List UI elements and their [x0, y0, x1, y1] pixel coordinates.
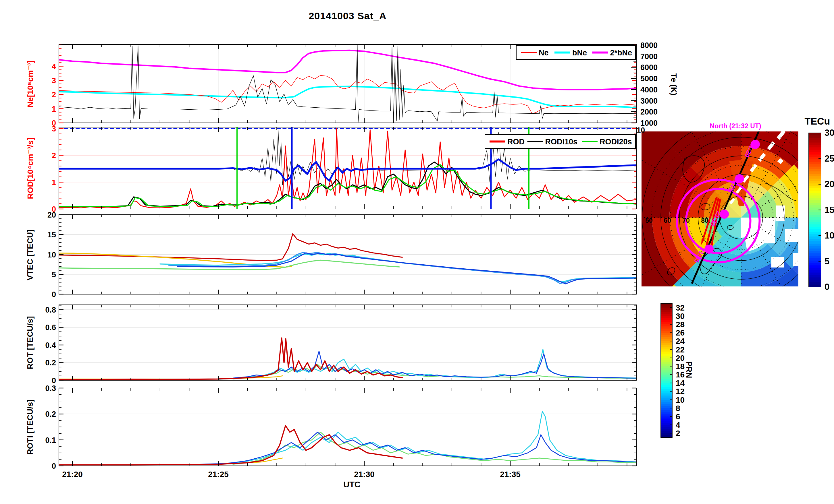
svg-text:0.4: 0.4: [45, 341, 56, 349]
svg-text:70: 70: [682, 217, 690, 224]
panel-rod: 0123RODRODI10sRODI20s: [52, 124, 636, 213]
svg-text:18: 18: [676, 362, 685, 371]
svg-text:RODI10s: RODI10s: [545, 137, 578, 146]
tecu-colorbar-title: TECu: [794, 116, 834, 127]
figure-root: { "title": "20141003 Sat_A", "xlabel": "…: [0, 0, 834, 504]
svg-text:2: 2: [52, 151, 56, 160]
svg-text:Ne: Ne: [539, 48, 549, 57]
svg-text:4: 4: [676, 420, 680, 429]
svg-text:21:30: 21:30: [354, 470, 375, 479]
svg-text:0.1: 0.1: [45, 436, 56, 444]
svg-text:14: 14: [676, 379, 685, 388]
svg-text:3: 3: [52, 76, 56, 85]
svg-text:3000: 3000: [640, 97, 658, 105]
panel-roti: 00.10.20.321:2021:2521:3021:35: [45, 384, 636, 479]
svg-text:21:20: 21:20: [62, 470, 83, 479]
svg-text:7000: 7000: [640, 52, 658, 61]
svg-text:10: 10: [825, 230, 834, 240]
prn-axis-label: PRN: [684, 306, 694, 433]
svg-text:15: 15: [47, 230, 56, 239]
svg-text:32: 32: [676, 303, 685, 312]
roti-axis-label: ROTI [TECU/s]: [26, 364, 35, 490]
svg-text:50: 50: [645, 217, 653, 224]
svg-text:8000: 8000: [640, 41, 658, 50]
te-axis-exponent-label: 10: [637, 126, 645, 135]
panel-rot: 00.20.40.60.8: [45, 305, 636, 385]
svg-text:8: 8: [676, 404, 680, 413]
svg-text:1: 1: [52, 105, 56, 113]
svg-text:0: 0: [52, 462, 56, 471]
svg-text:10: 10: [676, 395, 685, 405]
svg-text:4000: 4000: [640, 86, 658, 94]
map-title: North (21:32 UT): [689, 122, 782, 130]
svg-text:2: 2: [52, 90, 56, 99]
svg-text:0.6: 0.6: [45, 323, 56, 332]
main-plot-canvas: 0123410002000300040005000600070008000Neb…: [0, 0, 834, 504]
svg-text:1: 1: [52, 178, 56, 187]
svg-text:6: 6: [676, 412, 680, 421]
svg-text:20: 20: [676, 353, 685, 363]
svg-text:80: 80: [701, 217, 708, 224]
svg-text:20: 20: [825, 179, 834, 189]
svg-text:2000: 2000: [640, 108, 658, 116]
svg-text:3: 3: [52, 124, 56, 133]
prn-colorbar: 2468101214161820222426283032: [661, 303, 685, 438]
svg-text:bNe: bNe: [572, 48, 587, 57]
svg-text:10: 10: [47, 251, 56, 259]
te-axis-label: Te (K): [669, 21, 678, 147]
svg-text:2*bNe: 2*bNe: [610, 48, 632, 57]
svg-text:5: 5: [52, 270, 56, 279]
svg-text:0.2: 0.2: [45, 359, 56, 367]
svg-text:6000: 6000: [640, 63, 658, 72]
x-axis-label: UTC: [323, 480, 381, 489]
svg-text:5000: 5000: [640, 74, 658, 83]
svg-text:30: 30: [676, 312, 685, 321]
svg-text:25: 25: [825, 154, 834, 164]
svg-text:12: 12: [676, 387, 685, 396]
figure-title: 20141003 Sat_A: [247, 10, 448, 22]
svg-text:30: 30: [825, 128, 834, 138]
svg-text:ROD: ROD: [507, 137, 525, 146]
svg-text:28: 28: [676, 320, 685, 329]
panel-vtec: 05101520: [47, 211, 636, 299]
svg-text:16: 16: [676, 370, 685, 379]
svg-text:26: 26: [676, 328, 685, 337]
svg-text:2: 2: [676, 429, 680, 438]
svg-text:RODI20s: RODI20s: [599, 137, 632, 146]
panel-ne-te: 0123410002000300040005000600070008000Neb…: [52, 41, 658, 128]
svg-text:0: 0: [825, 282, 829, 292]
svg-text:0.3: 0.3: [45, 384, 56, 393]
svg-text:15: 15: [825, 205, 834, 215]
svg-text:0.8: 0.8: [45, 306, 56, 314]
svg-text:21:35: 21:35: [500, 470, 521, 479]
svg-text:4: 4: [52, 62, 56, 71]
svg-text:0.2: 0.2: [45, 410, 56, 418]
svg-text:0: 0: [52, 290, 56, 299]
svg-text:5: 5: [825, 256, 829, 266]
svg-text:60: 60: [664, 217, 671, 224]
svg-text:24: 24: [676, 337, 685, 346]
svg-text:20: 20: [47, 211, 56, 219]
svg-text:0: 0: [52, 376, 56, 385]
svg-text:22: 22: [676, 345, 685, 354]
tecu-colorbar: 051015202530: [809, 128, 834, 292]
svg-text:21:25: 21:25: [208, 470, 229, 479]
